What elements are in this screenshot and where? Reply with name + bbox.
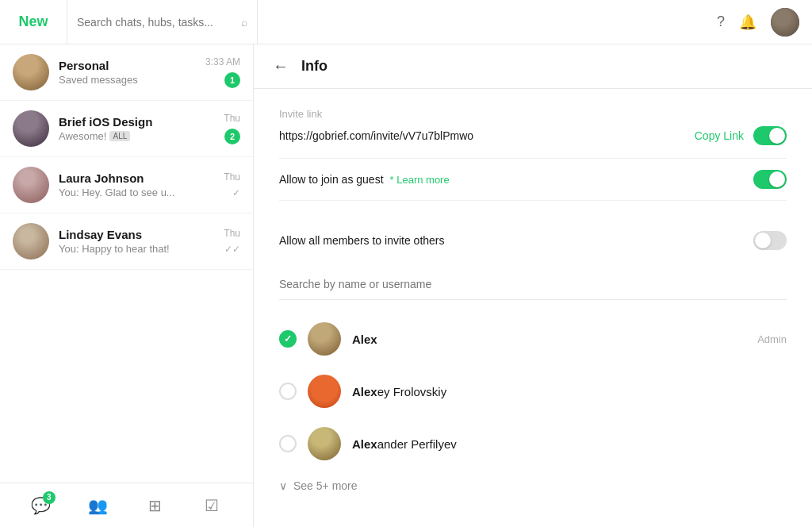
new-button[interactable]: New xyxy=(0,0,67,44)
unread-badge: 2 xyxy=(224,129,240,144)
avatar-brief xyxy=(13,110,49,147)
chat-meta: Thu 2 xyxy=(224,113,240,144)
chat-info: Lindsay Evans You: Happy to hear that! xyxy=(59,228,224,255)
search-area: ⌕ xyxy=(67,0,258,44)
chat-time: Thu xyxy=(224,171,240,183)
member-checkbox-alexey[interactable] xyxy=(279,383,297,400)
chat-preview: Awesome! ALL xyxy=(59,130,224,142)
avatar-lindsay xyxy=(13,223,49,260)
avatar-personal xyxy=(13,54,49,90)
nav-chat[interactable]: 💬 3 xyxy=(25,490,57,521)
top-bar: New ⌕ ? 🔔 xyxy=(0,0,812,44)
copy-link-button[interactable]: Copy Link xyxy=(695,129,744,142)
chat-item-brief[interactable]: Brief iOS Design Awesome! ALL Thu 2 xyxy=(0,101,253,157)
chat-preview: You: Happy to hear that! xyxy=(59,243,224,255)
invite-link-toggle[interactable] xyxy=(753,126,787,145)
chat-item-lindsay[interactable]: Lindsay Evans You: Happy to hear that! T… xyxy=(0,213,253,270)
chat-info: Brief iOS Design Awesome! ALL xyxy=(59,115,224,142)
help-icon[interactable]: ? xyxy=(717,13,725,30)
double-check-icon: ✓✓ xyxy=(224,244,240,255)
chat-meta: Thu ✓✓ xyxy=(224,228,240,255)
member-search-area xyxy=(279,269,787,300)
allow-members-row: Allow all members to invite others xyxy=(279,220,787,269)
chat-list: Personal Saved messages 3:33 AM 1 Brief … xyxy=(0,44,253,483)
panel-content: Invite link https://gobrief.com/invite/v… xyxy=(254,89,812,527)
chat-time: Thu xyxy=(224,113,240,124)
chat-time: Thu xyxy=(224,228,240,239)
invite-row: https://gobrief.com/invite/vV7u7blPmwo C… xyxy=(279,126,787,159)
right-panel: ← Info Invite link https://gobrief.com/i… xyxy=(254,44,812,527)
member-name-alexey: Alexey Frolovskiy xyxy=(352,385,776,398)
search-icon: ⌕ xyxy=(241,16,247,29)
chat-preview: You: Hey. Glad to see u... xyxy=(59,187,224,198)
member-avatar-alexey xyxy=(308,375,341,408)
chevron-down-icon: ∨ xyxy=(279,479,287,492)
panel-header: ← Info xyxy=(254,44,812,89)
unread-badge: 1 xyxy=(224,72,240,88)
member-search-input[interactable] xyxy=(279,278,787,290)
member-checkbox-alex[interactable] xyxy=(279,330,297,348)
chat-info: Personal Saved messages xyxy=(59,59,205,86)
chat-item-laura[interactable]: Laura Johnson You: Hey. Glad to see u...… xyxy=(0,157,253,213)
chat-item-personal[interactable]: Personal Saved messages 3:33 AM 1 xyxy=(0,44,253,101)
allow-members-toggle[interactable] xyxy=(753,231,787,250)
chat-name: Brief iOS Design xyxy=(59,115,224,129)
see-more-row[interactable]: ∨ See 5+ more xyxy=(279,470,787,502)
member-name-alex: Alex xyxy=(352,333,746,346)
chat-info: Laura Johnson You: Hey. Glad to see u... xyxy=(59,171,224,198)
invite-link-label: Invite link xyxy=(279,108,787,120)
member-item-alex: Alex Admin xyxy=(279,313,787,365)
allow-guest-row: Allow to join as guest * Learn more xyxy=(279,159,787,201)
chat-name: Personal xyxy=(59,59,205,72)
tasks-icon: ☑ xyxy=(205,496,219,515)
nav-apps[interactable]: ⊞ xyxy=(139,490,170,521)
panel-title: Info xyxy=(301,58,327,75)
chat-meta: Thu ✓ xyxy=(224,171,240,198)
main-layout: Personal Saved messages 3:33 AM 1 Brief … xyxy=(0,44,812,527)
see-more-label: See 5+ more xyxy=(293,479,358,492)
chat-name: Laura Johnson xyxy=(59,171,224,185)
chat-preview: Saved messages xyxy=(59,74,205,86)
chat-name: Lindsay Evans xyxy=(59,228,224,241)
chat-meta: 3:33 AM 1 xyxy=(205,56,240,88)
sidebar: Personal Saved messages 3:33 AM 1 Brief … xyxy=(0,44,254,527)
bottom-nav: 💬 3 👥 ⊞ ☑ xyxy=(0,483,253,527)
check-icon: ✓ xyxy=(232,187,240,198)
people-icon: 👥 xyxy=(88,496,108,515)
nav-tasks[interactable]: ☑ xyxy=(196,490,228,521)
member-avatar-alex xyxy=(308,322,341,356)
apps-icon: ⊞ xyxy=(148,496,162,515)
user-avatar[interactable] xyxy=(771,8,799,37)
nav-people[interactable]: 👥 xyxy=(82,490,114,521)
member-item-alexey: Alexey Frolovskiy xyxy=(279,365,787,417)
member-item-alexander: Alexander Perfilyev xyxy=(279,417,787,470)
search-input[interactable] xyxy=(77,16,235,29)
avatar-laura xyxy=(13,167,49,203)
member-checkbox-alexander[interactable] xyxy=(279,435,297,452)
invite-link-url[interactable]: https://gobrief.com/invite/vV7u7blPmwo xyxy=(279,129,473,142)
back-button[interactable]: ← xyxy=(273,57,289,75)
member-name-alexander: Alexander Perfilyev xyxy=(352,437,776,451)
chat-time: 3:33 AM xyxy=(205,56,240,67)
copy-link-area: Copy Link xyxy=(695,126,787,145)
allow-members-label: Allow all members to invite others xyxy=(279,234,445,247)
all-badge: ALL xyxy=(109,131,130,141)
top-bar-icons: ? 🔔 xyxy=(717,8,812,37)
notification-icon[interactable]: 🔔 xyxy=(739,13,756,31)
allow-guest-toggle[interactable] xyxy=(753,170,787,189)
allow-guest-label: Allow to join as guest * Learn more xyxy=(279,173,450,186)
invite-link-section: Invite link https://gobrief.com/invite/v… xyxy=(279,108,787,201)
member-avatar-alexander xyxy=(308,427,341,460)
learn-more-link[interactable]: * Learn more xyxy=(390,174,450,186)
member-role-alex: Admin xyxy=(757,333,787,345)
nav-badge: 3 xyxy=(43,491,56,504)
